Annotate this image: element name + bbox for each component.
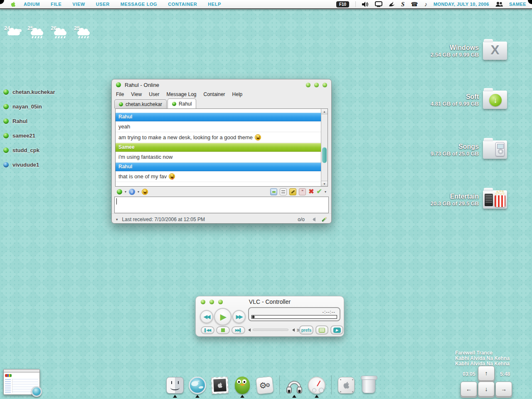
dock-item-utilities[interactable]: ⚙⚙ [255,376,274,398]
close-red-x-button[interactable]: ✖ [308,188,314,195]
weather-item[interactable]: 25 [27,25,45,39]
menu-container[interactable]: CONTAINER [168,2,197,7]
chat-menu-container[interactable]: Container [204,91,225,97]
chat-titlebar[interactable]: Rahul - Online [112,79,331,90]
mute-speaker-icon[interactable] [310,217,315,222]
window-minimize-button[interactable] [209,300,214,304]
video-button[interactable]: ▶ [330,325,343,335]
fast-forward-button[interactable]: ▶▶ [232,310,246,323]
info-button[interactable]: i [129,189,135,195]
chevron-down-icon[interactable]: ▾ [325,190,326,194]
chat-toolbar: ▾ i ▾ ” ✖ ✔ ▾ [115,187,328,197]
dock-item-trash[interactable] [359,376,378,398]
scrollbar[interactable]: ▲ ▼ [321,109,328,186]
weather-item[interactable]: 25 [74,25,91,39]
window-close-button[interactable] [323,83,327,87]
tab-chetan-kuchekar[interactable]: chetan.kuchekar [114,99,167,108]
scroll-down-button[interactable]: ▼ [321,181,328,186]
weather-item[interactable]: 24 [4,25,22,39]
scroll-up-button[interactable]: ▲ [321,109,328,114]
playlist-button[interactable] [315,325,328,335]
chat-menu-help[interactable]: Help [232,91,243,97]
play-button[interactable]: ▶ [214,308,232,325]
music-note-icon[interactable]: ♪ [424,1,427,7]
drive-name: Entertain [431,193,479,200]
buddy-item[interactable]: samee21 [3,128,55,143]
up-arrow-key[interactable]: ↑ [478,366,495,381]
f10-key-badge[interactable]: F10 [336,1,349,7]
prefs-button[interactable]: prefs [299,325,313,335]
buddy-name: vivudude1 [12,162,39,168]
left-arrow-key[interactable]: ← [461,382,477,397]
menu-user[interactable]: USER [96,2,110,7]
chevron-down-icon[interactable]: ▾ [138,190,139,194]
dock-item-finder[interactable] [165,376,185,398]
chat-menu-file[interactable]: File [116,91,124,97]
status-orb-button[interactable] [117,189,122,195]
dock-item-adium[interactable] [233,376,252,398]
buddy-item[interactable]: vivudude1 [3,158,55,172]
rain-cloud-icon [54,31,66,35]
right-arrow-key[interactable]: → [495,382,512,397]
menu-adium[interactable]: ADIUM [24,2,40,7]
menu-view[interactable]: VIEW [72,2,85,7]
message-input-field[interactable] [114,197,329,213]
window-maximize-button[interactable] [314,83,319,87]
scrollbar-thumb[interactable] [322,147,327,163]
menu-message-log[interactable]: MESSAGE LOG [121,2,158,7]
menu-help[interactable]: HELP [208,2,221,7]
seek-slider[interactable] [251,315,337,319]
text-format-button[interactable] [280,188,287,195]
buddy-item[interactable]: chetan.kuchekar [3,85,55,99]
volume-icon[interactable] [362,2,369,7]
down-arrow-key[interactable]: ↓ [478,382,495,397]
menu-file[interactable]: FILE [51,2,62,7]
track-title: Farewell Trance [455,350,513,355]
dock-item-dashboard[interactable] [307,376,326,398]
phone-icon[interactable]: ☎ [411,1,418,7]
drive-soft[interactable]: Soft 4.81 GB of 9.99 GB ↓ [431,91,507,109]
chat-menu-message-log[interactable]: Message Log [166,91,196,97]
dock-item-browser[interactable] [188,376,207,398]
previous-track-button[interactable]: ▌◀◀ [201,326,214,334]
minimized-browser-window[interactable] [3,369,40,395]
pencil-icon[interactable] [322,217,327,222]
insert-image-button[interactable] [270,188,277,195]
dock-item-mail[interactable] [210,376,229,398]
volume-slider[interactable] [253,329,288,331]
menubar-username[interactable]: SAMEE [509,2,526,7]
rain-cloud-icon [77,31,90,35]
chat-menu-view[interactable]: View [131,91,142,97]
quote-button[interactable]: ” [299,188,306,195]
window-zoom-button[interactable] [218,300,223,304]
tools-button[interactable] [289,188,296,195]
window-minimize-button[interactable] [306,83,310,87]
dock-item-music-player[interactable] [285,376,304,398]
drive-entertain[interactable]: Entertain 20.3 GB of 29.5 GB [431,190,507,209]
drive-windows[interactable]: Windows 2.54 GB of 9.99 GB X [431,42,507,60]
menubar-clock[interactable]: MONDAY, JULY 10, 2006 [433,2,489,7]
seek-thumb[interactable] [252,316,254,318]
buddy-item[interactable]: studd_cpk [3,143,55,158]
buddy-item[interactable]: Rahul [3,114,55,128]
window-close-button[interactable] [201,300,205,304]
confirm-check-button[interactable]: ✔ [317,188,322,195]
apple-menu-icon[interactable] [10,1,16,8]
script-icon[interactable]: S [401,1,404,7]
weather-item[interactable]: 26 [51,25,68,39]
chat-menu-user[interactable]: User [149,91,159,97]
chevron-down-icon[interactable]: ▾ [125,190,126,194]
rewind-button[interactable]: ◀◀ [200,310,213,323]
stop-button[interactable] [216,326,230,334]
dock-item-system-preferences[interactable] [337,376,356,398]
buddy-item[interactable]: nayan_05in [3,99,55,114]
display-icon[interactable] [375,1,382,7]
bird-icon[interactable] [389,1,395,7]
chevron-down-icon[interactable]: ▾ [116,217,118,222]
tab-rahul[interactable]: Rahul [167,99,196,108]
emoticon-button[interactable] [142,189,148,195]
next-track-button[interactable]: ▶▶▌ [232,326,245,334]
running-indicator [195,395,200,398]
users-icon[interactable] [495,2,503,7]
drive-songs[interactable]: Songs 9.73 GB of 25.0 GB [431,140,507,159]
